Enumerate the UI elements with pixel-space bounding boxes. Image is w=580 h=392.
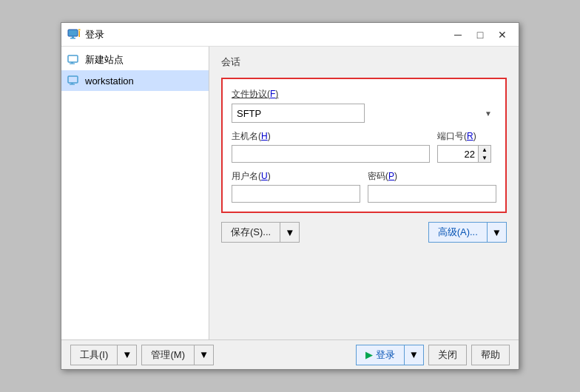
- svg-rect-8: [68, 76, 78, 83]
- hostname-label: 主机名(H): [232, 130, 430, 143]
- port-accent: R: [467, 131, 473, 141]
- login-button-label: 登录: [376, 348, 395, 362]
- save-button[interactable]: 保存(S)...: [221, 222, 280, 243]
- manage-dropdown-button[interactable]: ▼: [195, 345, 214, 365]
- sidebar-item-new-site[interactable]: 新建站点: [61, 50, 209, 70]
- svg-rect-0: [68, 30, 78, 36]
- advanced-dropdown-icon: ▼: [492, 227, 502, 238]
- svg-rect-4: [79, 31, 81, 37]
- action-row: 保存(S)... ▼ 高级(A)... ▼: [221, 222, 507, 243]
- svg-rect-10: [70, 84, 75, 85]
- svg-rect-1: [72, 36, 74, 38]
- session-label: 会话: [221, 55, 507, 69]
- port-field: 端口号(R) ▲ ▼: [437, 130, 496, 163]
- protocol-dropdown-icon: ▼: [485, 109, 492, 118]
- save-dropdown-icon: ▼: [285, 227, 294, 238]
- user-pass-row: 用户名(U) 密码(P): [232, 170, 496, 203]
- port-spinners: ▲ ▼: [478, 145, 491, 163]
- bottom-left-buttons: 工具(I) ▼ 管理(M) ▼: [70, 345, 214, 365]
- port-label: 端口号(R): [437, 130, 496, 143]
- svg-rect-7: [70, 64, 75, 64]
- save-dropdown-button[interactable]: ▼: [280, 222, 300, 243]
- protocol-select-wrapper: SFTP FTP SCP FTPS WebDAV S3 ▼: [232, 104, 496, 123]
- right-panel: 会话 文件协议(F) SFTP FTP SCP FTPS WebDAV: [209, 47, 519, 339]
- sidebar-item-workstation[interactable]: workstation: [61, 70, 209, 91]
- help-button[interactable]: 帮助: [471, 345, 510, 365]
- app-icon: [67, 28, 81, 41]
- tools-dropdown-icon: ▼: [122, 349, 132, 360]
- tools-dropdown-button[interactable]: ▼: [118, 345, 137, 365]
- form-box: 文件协议(F) SFTP FTP SCP FTPS WebDAV S3 ▼: [221, 78, 507, 213]
- new-site-label: 新建站点: [85, 53, 124, 67]
- tools-button-group: 工具(I) ▼: [70, 345, 137, 365]
- window-controls: ─ □ ✕: [448, 27, 513, 43]
- bottom-right-buttons: ▶ 登录 ▼ 关闭 帮助: [356, 345, 510, 365]
- svg-rect-6: [71, 62, 73, 64]
- username-label: 用户名(U): [232, 170, 360, 183]
- port-input[interactable]: [437, 145, 478, 163]
- manage-dropdown-icon: ▼: [199, 349, 209, 360]
- advanced-button[interactable]: 高级(A)...: [428, 222, 488, 243]
- protocol-row: 文件协议(F) SFTP FTP SCP FTPS WebDAV S3 ▼: [232, 88, 496, 123]
- advanced-dropdown-button[interactable]: ▼: [488, 222, 507, 243]
- port-wrapper: ▲ ▼: [437, 145, 496, 163]
- login-button-group: ▶ 登录 ▼: [356, 345, 424, 365]
- protocol-select[interactable]: SFTP FTP SCP FTPS WebDAV S3: [232, 104, 365, 123]
- svg-rect-9: [71, 83, 73, 84]
- window-title: 登录: [85, 28, 104, 41]
- workstation-label: workstation: [85, 75, 134, 87]
- manage-button[interactable]: 管理(M): [141, 345, 195, 365]
- bottom-bar: 工具(I) ▼ 管理(M) ▼ ▶ 登录 ▼: [61, 339, 519, 369]
- login-button[interactable]: ▶ 登录: [356, 345, 405, 365]
- sidebar: 新建站点 workstation: [61, 47, 209, 339]
- hostname-input[interactable]: [232, 145, 430, 163]
- port-decrement-button[interactable]: ▼: [479, 154, 490, 162]
- advanced-button-group: 高级(A)... ▼: [428, 222, 507, 243]
- login-dropdown-icon: ▼: [409, 349, 419, 360]
- manage-button-group: 管理(M) ▼: [141, 345, 214, 365]
- main-content: 新建站点 workstation 会话: [61, 47, 519, 339]
- maximize-button[interactable]: □: [470, 27, 490, 43]
- protocol-accent: F: [270, 89, 275, 99]
- login-icon: ▶: [365, 349, 373, 360]
- password-label: 密码(P): [368, 170, 496, 183]
- password-accent: P: [388, 171, 394, 181]
- hostname-field: 主机名(H): [232, 130, 430, 163]
- password-input[interactable]: [368, 185, 496, 203]
- tools-button[interactable]: 工具(I): [70, 345, 118, 365]
- svg-rect-3: [78, 29, 81, 31]
- password-field: 密码(P): [368, 170, 496, 203]
- username-accent: U: [261, 171, 268, 181]
- hostname-port-row: 主机名(H) 端口号(R) ▲ ▼: [232, 130, 496, 163]
- main-window: 登录 ─ □ ✕ 新建站点: [61, 22, 519, 370]
- protocol-label-text: 文件协议(F): [232, 89, 278, 99]
- title-bar: 登录 ─ □ ✕: [61, 23, 519, 47]
- svg-rect-2: [70, 38, 75, 39]
- save-button-group: 保存(S)... ▼: [221, 222, 300, 243]
- hostname-accent: H: [261, 131, 268, 141]
- new-site-icon: [67, 53, 81, 67]
- protocol-label: 文件协议(F): [232, 88, 496, 101]
- close-window-button[interactable]: ✕: [492, 27, 513, 43]
- workstation-icon: [67, 74, 81, 87]
- svg-rect-5: [68, 55, 78, 62]
- username-field: 用户名(U): [232, 170, 360, 203]
- minimize-button[interactable]: ─: [448, 27, 468, 43]
- login-dropdown-button[interactable]: ▼: [405, 345, 424, 365]
- username-input[interactable]: [232, 185, 360, 203]
- port-increment-button[interactable]: ▲: [479, 146, 490, 154]
- close-button[interactable]: 关闭: [428, 345, 467, 365]
